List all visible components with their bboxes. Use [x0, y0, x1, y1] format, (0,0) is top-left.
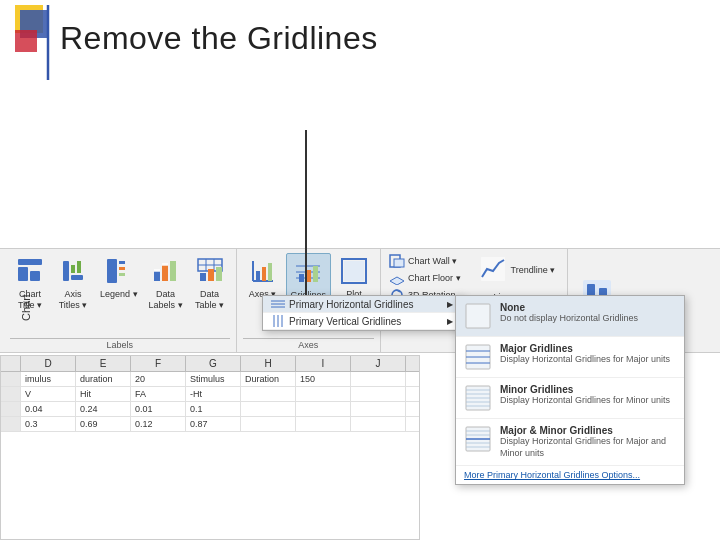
- svg-rect-37: [306, 270, 311, 282]
- minor-text: Minor Gridlines Display Horizontal Gridl…: [500, 384, 676, 407]
- legend-icon: [103, 255, 135, 287]
- svg-rect-31: [268, 263, 272, 281]
- title-area: Remove the Gridlines: [60, 20, 378, 57]
- major-minor-gridlines-icon: [464, 425, 492, 453]
- svg-rect-13: [119, 267, 125, 270]
- svg-rect-38: [313, 266, 318, 282]
- primary-horizontal-label: Primary Horizontal Gridlines: [289, 299, 413, 310]
- svg-rect-11: [107, 259, 117, 283]
- pointer-line: [305, 130, 307, 305]
- chart-floor-label: Chart Floor ▾: [408, 273, 461, 283]
- axis-titles-label: AxisTitles ▾: [59, 289, 88, 311]
- axis-titles-icon: [57, 255, 89, 287]
- col-header-e: E: [76, 356, 131, 371]
- primary-vertical-label: Primary Vertical Gridlines: [289, 316, 401, 327]
- svg-rect-30: [262, 267, 266, 281]
- svg-rect-15: [154, 271, 160, 281]
- gridlines-submenu: None Do not display Horizontal Gridlines…: [455, 295, 685, 485]
- col-header-g: G: [186, 356, 241, 371]
- svg-rect-7: [63, 261, 69, 281]
- title-decoration: [15, 5, 70, 80]
- ribbon-item-data-table[interactable]: DataTable ▾: [190, 253, 230, 313]
- gridlines-icon: [292, 256, 324, 288]
- major-gridlines-icon: [464, 343, 492, 371]
- submenu-footer-link[interactable]: More Primary Horizontal Gridlines Option…: [456, 466, 684, 484]
- major-text: Major Gridlines Display Horizontal Gridl…: [500, 343, 676, 366]
- plot-area-icon: [338, 255, 370, 287]
- col-header-empty: [1, 356, 21, 371]
- col-header-d: D: [21, 356, 76, 371]
- col-header-j: J: [351, 356, 406, 371]
- table-row: 0.04 0.24 0.01 0.1: [1, 402, 419, 417]
- ribbon-item-chart-floor[interactable]: Chart Floor ▾: [387, 270, 463, 286]
- gridlines-dropdown: Primary Horizontal Gridlines ▶ Primary V…: [262, 295, 462, 331]
- svg-rect-19: [162, 263, 168, 266]
- submenu-item-major-minor[interactable]: Major & Minor Gridlines Display Horizont…: [456, 419, 684, 466]
- labels-group-label: Labels: [10, 338, 230, 350]
- svg-rect-26: [216, 267, 222, 281]
- svg-rect-17: [170, 261, 176, 281]
- spreadsheet-header: D E F G H I J: [1, 356, 419, 372]
- ribbon-item-chart-wall[interactable]: Chart Wall ▾: [387, 253, 463, 269]
- ribbon-item-data-labels[interactable]: DataLabels ▾: [145, 253, 187, 313]
- svg-rect-16: [162, 265, 168, 281]
- legend-label: Legend ▾: [100, 289, 138, 300]
- svg-rect-24: [200, 273, 206, 281]
- dropdown-item-primary-vertical[interactable]: Primary Vertical Gridlines ▶: [263, 313, 461, 330]
- data-labels-icon: [150, 255, 182, 287]
- data-labels-label: DataLabels ▾: [149, 289, 183, 311]
- trendline-label: Trendline ▾: [511, 265, 556, 276]
- svg-rect-40: [344, 261, 364, 281]
- ribbon-item-trendline[interactable]: Trendline ▾: [475, 253, 562, 285]
- axes-icon: [247, 255, 279, 287]
- ribbon-item-legend[interactable]: Legend ▾: [96, 253, 142, 302]
- svg-rect-25: [208, 269, 214, 281]
- svg-rect-8: [71, 275, 83, 280]
- svg-rect-12: [119, 261, 125, 264]
- svg-rect-9: [71, 265, 75, 273]
- col-header-f: F: [131, 356, 186, 371]
- svg-rect-61: [466, 304, 490, 328]
- chart-sidebar-label: Chart: [20, 258, 32, 321]
- table-row: imulus duration 20 Stimulus Duration 150: [1, 372, 419, 387]
- svg-rect-2: [15, 30, 37, 52]
- table-row: 0.3 0.69 0.12 0.87: [1, 417, 419, 432]
- submenu-item-none[interactable]: None Do not display Horizontal Gridlines: [456, 296, 684, 337]
- major-minor-text: Major & Minor Gridlines Display Horizont…: [500, 425, 676, 459]
- ribbon-item-axis-titles[interactable]: AxisTitles ▾: [53, 253, 93, 313]
- svg-rect-10: [77, 261, 81, 273]
- minor-gridlines-icon: [464, 384, 492, 412]
- svg-rect-18: [154, 269, 160, 272]
- table-row: V Hit FA -Ht: [1, 387, 419, 402]
- col-header-h: H: [241, 356, 296, 371]
- none-gridlines-icon: [464, 302, 492, 330]
- svg-marker-43: [390, 277, 404, 285]
- chart-wall-label: Chart Wall ▾: [408, 256, 457, 266]
- spreadsheet: D E F G H I J imulus duration 20 Stimulu…: [0, 355, 420, 540]
- svg-rect-36: [299, 274, 304, 282]
- none-text: None Do not display Horizontal Gridlines: [500, 302, 676, 325]
- primary-vertical-arrow: ▶: [447, 317, 453, 326]
- svg-rect-14: [119, 273, 125, 276]
- svg-rect-29: [256, 271, 260, 281]
- svg-rect-42: [394, 259, 404, 267]
- col-header-i: I: [296, 356, 351, 371]
- ribbon-group-labels: ChartTitle ▾ AxisTitles ▾: [4, 249, 237, 352]
- primary-horizontal-arrow: ▶: [447, 300, 453, 309]
- data-table-label: DataTable ▾: [195, 289, 224, 311]
- page-title: Remove the Gridlines: [60, 20, 378, 57]
- submenu-item-major[interactable]: Major Gridlines Display Horizontal Gridl…: [456, 337, 684, 378]
- axes-group-label: Axes: [243, 338, 375, 350]
- submenu-item-minor[interactable]: Minor Gridlines Display Horizontal Gridl…: [456, 378, 684, 419]
- data-table-icon: [194, 255, 226, 287]
- dropdown-item-primary-horizontal[interactable]: Primary Horizontal Gridlines ▶: [263, 296, 461, 313]
